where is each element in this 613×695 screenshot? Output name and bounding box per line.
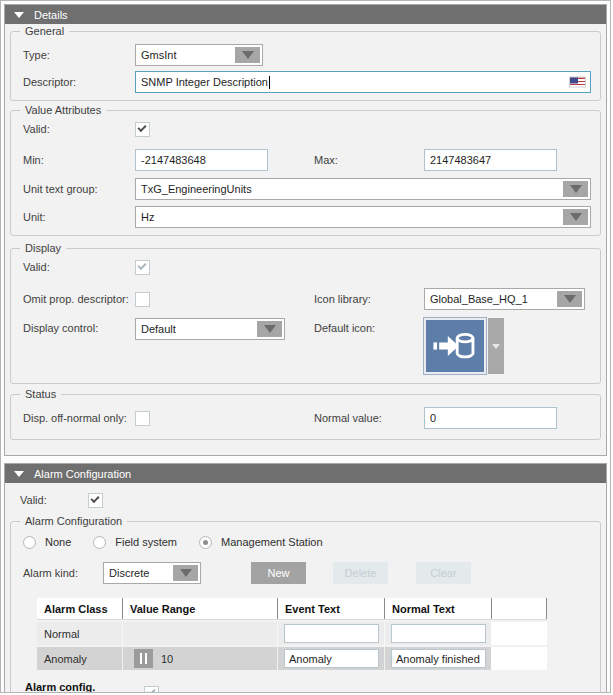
radio-none-label: None bbox=[45, 536, 71, 548]
flag-canton bbox=[570, 78, 578, 84]
alarm-header-title: Alarm Configuration bbox=[34, 468, 131, 480]
value-range-cell bbox=[122, 622, 277, 645]
alarm-configuration-expander-header[interactable]: Alarm Configuration bbox=[5, 464, 606, 483]
alarm-valid-checkbox[interactable] bbox=[88, 493, 103, 508]
default-icon-label: Default icon: bbox=[314, 318, 424, 334]
alarm-kind-label: Alarm kind: bbox=[23, 567, 103, 579]
display-title: Display bbox=[20, 242, 66, 254]
display-control-value: Default bbox=[136, 319, 255, 339]
omit-prop-descriptor-label: Omit prop. descriptor: bbox=[23, 293, 135, 305]
normal-text-input[interactable]: Anomaly finished bbox=[391, 649, 486, 668]
event-text-value: Anomaly bbox=[289, 653, 332, 665]
event-text-cell bbox=[277, 622, 384, 645]
display-groupbox: Display Valid: Omit prop. descriptor: Ic… bbox=[10, 248, 601, 384]
status-groupbox: Status Disp. off-normal only: Normal val… bbox=[10, 394, 601, 440]
details-header-title: Details bbox=[34, 9, 68, 21]
default-icon-picker[interactable] bbox=[424, 318, 504, 374]
clear-button: Clear bbox=[416, 562, 471, 584]
normal-text-input[interactable] bbox=[391, 624, 486, 643]
display-valid-label: Valid: bbox=[23, 261, 135, 273]
max-label: Max: bbox=[314, 154, 424, 166]
omit-prop-descriptor-checkbox[interactable] bbox=[135, 292, 150, 307]
alarm-configuration-group-title: Alarm Configuration bbox=[20, 515, 127, 527]
valid-label: Valid: bbox=[23, 123, 135, 135]
normal-value: 0 bbox=[430, 412, 436, 424]
radio-field-system[interactable] bbox=[93, 536, 106, 549]
alarm-kind-dropdown[interactable]: Discrete bbox=[103, 562, 201, 584]
type-value: GmsInt bbox=[136, 45, 233, 65]
new-button[interactable]: New bbox=[251, 562, 306, 584]
extra-cell bbox=[491, 622, 547, 645]
chevron-down-icon bbox=[235, 47, 260, 63]
column-header-normal-text[interactable]: Normal Text bbox=[384, 598, 491, 619]
alarm-table-header: Alarm Class Value Range Event Text Norma… bbox=[37, 598, 547, 620]
display-valid-checkbox bbox=[135, 260, 150, 275]
max-value: 2147483647 bbox=[430, 154, 491, 166]
alarm-class-cell: Normal bbox=[37, 622, 122, 645]
min-label: Min: bbox=[23, 154, 135, 166]
table-row-normal[interactable]: Normal bbox=[37, 622, 547, 645]
checkmark-icon bbox=[146, 686, 155, 693]
checkmark-icon bbox=[137, 260, 146, 269]
icon-library-dropdown[interactable]: Global_Base_HQ_1 bbox=[424, 288, 585, 310]
descriptor-value: SNMP Integer Description bbox=[141, 76, 268, 88]
normal-text-cell bbox=[384, 622, 491, 645]
collapse-triangle-icon bbox=[14, 12, 24, 18]
unit-dropdown[interactable]: Hz bbox=[135, 206, 591, 228]
status-title: Status bbox=[20, 388, 61, 400]
radio-none[interactable] bbox=[23, 536, 36, 549]
chevron-down-icon bbox=[563, 181, 588, 197]
disp-off-normal-label: Disp. off-normal only: bbox=[23, 412, 135, 424]
radio-management-station-label: Management Station bbox=[221, 536, 323, 548]
alarm-valid-label: Valid: bbox=[20, 494, 88, 506]
alarm-kind-value: Discrete bbox=[104, 563, 171, 583]
display-control-dropdown[interactable]: Default bbox=[135, 318, 285, 340]
checkmark-icon bbox=[90, 493, 99, 502]
chevron-down-icon bbox=[563, 209, 588, 225]
details-expander-header[interactable]: Details bbox=[5, 5, 606, 24]
disp-off-normal-checkbox[interactable] bbox=[135, 411, 150, 426]
unit-text-group-label: Unit text group: bbox=[23, 183, 135, 195]
chevron-down-icon bbox=[173, 565, 198, 581]
column-header-alarm-class[interactable]: Alarm Class bbox=[37, 598, 122, 619]
value-attributes-title: Value Attributes bbox=[20, 104, 106, 116]
collapse-triangle-icon bbox=[14, 471, 24, 477]
radio-management-station[interactable] bbox=[199, 536, 212, 549]
max-input[interactable]: 2147483647 bbox=[424, 149, 557, 171]
chevron-down-icon bbox=[492, 344, 500, 349]
icon-library-label: Icon library: bbox=[314, 293, 424, 305]
radio-field-system-label: Field system bbox=[115, 536, 177, 548]
extra-cell bbox=[491, 647, 547, 670]
alarm-configuration-groupbox: Alarm Configuration None Field system Ma… bbox=[10, 521, 601, 693]
event-text-cell: Anomaly bbox=[277, 647, 384, 670]
alarm-class-cell: Anomaly bbox=[37, 647, 122, 670]
general-groupbox: General Type: GmsInt Descriptor: SNMP In… bbox=[10, 31, 601, 101]
chevron-down-icon bbox=[257, 321, 282, 337]
value-range-condition-button[interactable] bbox=[134, 649, 153, 668]
valid-checkbox[interactable] bbox=[135, 122, 150, 137]
unit-text-group-value: TxG_EngineeringUnits bbox=[136, 179, 561, 199]
normal-value-input[interactable]: 0 bbox=[424, 407, 557, 429]
descriptor-input[interactable]: SNMP Integer Description bbox=[135, 71, 591, 93]
alarm-config-activated-checkbox bbox=[144, 686, 159, 694]
unit-text-group-dropdown[interactable]: TxG_EngineeringUnits bbox=[135, 178, 591, 200]
alarm-body: Valid: Alarm Configuration None Field sy… bbox=[5, 492, 606, 693]
event-text-input[interactable]: Anomaly bbox=[284, 649, 379, 668]
arrow-into-database-icon[interactable] bbox=[424, 318, 486, 374]
alarm-table: Alarm Class Value Range Event Text Norma… bbox=[37, 598, 547, 670]
column-header-value-range[interactable]: Value Range bbox=[122, 598, 277, 619]
table-row-anomaly[interactable]: Anomaly 10 Anomaly Anomaly finished bbox=[37, 647, 547, 670]
us-flag-icon[interactable] bbox=[569, 77, 586, 88]
general-title: General bbox=[20, 25, 69, 37]
text-caret bbox=[269, 76, 270, 89]
event-text-input[interactable] bbox=[284, 624, 379, 643]
min-input[interactable]: -2147483648 bbox=[135, 149, 268, 171]
alarm-config-activated-label: Alarm config. activated: bbox=[25, 681, 144, 693]
column-header-event-text[interactable]: Event Text bbox=[277, 598, 384, 619]
delete-button: Delete bbox=[333, 562, 388, 584]
normal-text-value: Anomaly finished bbox=[396, 653, 480, 665]
type-dropdown[interactable]: GmsInt bbox=[135, 44, 263, 66]
normal-value-label: Normal value: bbox=[314, 412, 424, 424]
type-label: Type: bbox=[23, 49, 135, 61]
icon-dropdown-strip[interactable] bbox=[488, 318, 504, 374]
